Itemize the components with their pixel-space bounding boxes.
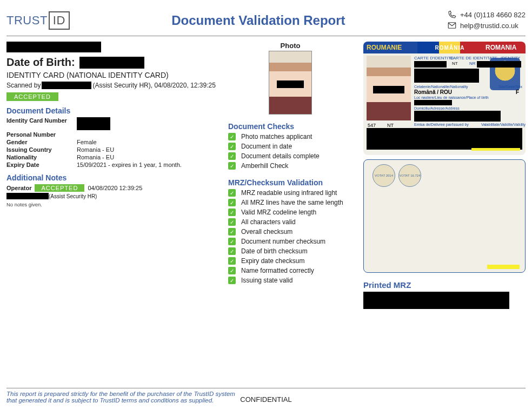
contact-block: +44 (0)118 4660 822 help@trustid.co.uk [447, 10, 526, 31]
check-row: ✓Name formatted correctly [228, 267, 353, 274]
checks-heading: Document Checks [228, 122, 353, 131]
detail-label: Nationality [6, 154, 77, 160]
check-pass-icon: ✓ [228, 247, 236, 255]
detail-label: Personal Number [6, 131, 77, 138]
detail-label: Gender [6, 139, 77, 145]
notes-line: Operator ACCEPTED 04/08/2020 12:39:25 [6, 184, 217, 192]
check-label: Amberhill Check [241, 162, 288, 170]
mail-icon [447, 21, 457, 30]
report-header: TRUST ID Document Validation Report +44 … [6, 5, 526, 35]
idcard-nat-value: Română / ROU [414, 89, 452, 96]
check-label: Document number checksum [241, 238, 325, 245]
check-pass-icon: ✓ [228, 209, 236, 216]
notes-timestamp: 04/08/2020 12:39:25 [88, 185, 142, 191]
idcard-country-en: ROMANIA [482, 42, 526, 53]
check-pass-icon: ✓ [228, 143, 236, 150]
doc-type: IDENTITY CARD (NATIONAL IDENTITY CARD) [6, 71, 217, 79]
redacted-field [414, 100, 452, 105]
detail-label: Identity Card Number [6, 117, 77, 130]
check-label: Document details complete [241, 152, 320, 160]
redacted-idnum [77, 117, 110, 130]
details-table: Identity Card Number Personal Number Gen… [6, 117, 217, 168]
brand-part2: ID [49, 11, 70, 30]
check-row: ✓MRZ readable using infrared light [228, 189, 353, 197]
notes-heading: Additional Notes [6, 173, 217, 182]
notes-by: (Assist Security HR) [49, 193, 97, 199]
check-row: ✓Valid MRZ codeline length [228, 209, 353, 216]
redacted-name [6, 42, 101, 52]
check-row: ✓Overall checksum [228, 228, 353, 236]
id-card-front: ROUMANIE ROMÂNIA ROMANIA CARTE D'IDENTIT… [363, 42, 526, 155]
right-column: ROUMANIE ROMÂNIA ROMANIA CARTE D'IDENTIT… [363, 42, 526, 309]
check-row: ✓Amberhill Check [228, 162, 353, 170]
checks-list: ✓Photo matches applicant✓Document in dat… [228, 133, 353, 170]
applicant-photo [269, 51, 312, 115]
check-label: All MRZ lines have the same length [241, 199, 343, 206]
idcard-validity-label: Valabilitate/Validite/Validity [481, 123, 526, 127]
detail-value: Female [77, 139, 97, 145]
check-row: ✓Date of birth checksum [228, 247, 353, 255]
dob-label: Date of Birth: [6, 56, 75, 69]
check-row: ✓Expiry date checksum [228, 257, 353, 265]
details-heading: Document Details [6, 106, 217, 115]
check-pass-icon: ✓ [228, 257, 236, 265]
check-label: All characters valid [241, 218, 296, 226]
idcard-sex-value: F [516, 89, 519, 96]
status-badge: ACCEPTED [6, 92, 58, 101]
detail-value: Romania - EU [77, 154, 114, 160]
idcard-nt: NT [452, 61, 458, 66]
check-label: Valid MRZ codeline length [241, 209, 316, 216]
redacted-field [414, 111, 501, 122]
idcard-carte: CARTE D'IDENTITE [414, 56, 454, 61]
redacted-operator [6, 193, 49, 199]
redacted-printed-mrz [363, 292, 509, 309]
scanned-prefix: Scanned by [6, 82, 41, 89]
mrz-list: ✓MRZ readable using infrared light✓All M… [228, 189, 353, 284]
confidential-label: CONFIDENTIAL [240, 395, 291, 404]
svg-rect-0 [448, 23, 456, 29]
check-label: Document in date [241, 143, 292, 150]
redacted-mrz [367, 128, 522, 150]
contact-email: help@trustid.co.uk [460, 22, 518, 30]
check-row: ✓Photo matches applicant [228, 133, 353, 140]
footer-divider [6, 388, 526, 388]
contact-phone: +44 (0)118 4660 822 [460, 11, 526, 19]
check-pass-icon: ✓ [228, 277, 236, 284]
scanned-suffix: (Assist Security HR), 04/08/2020, 12:39:… [92, 82, 215, 89]
check-pass-icon: ✓ [228, 189, 236, 197]
check-pass-icon: ✓ [228, 218, 236, 226]
check-label: Expiry date checksum [241, 257, 304, 265]
notes-status-badge: ACCEPTED [35, 184, 84, 192]
brand-logo: TRUST ID [6, 11, 70, 30]
mrz-heading: MRZ/Checksum Validation [228, 178, 353, 187]
detail-label: Issuing Country [6, 146, 77, 153]
no-notes: No notes given. [6, 201, 217, 207]
middle-column: Photo Document Checks ✓Photo matches app… [228, 42, 353, 309]
check-label: Name formatted correctly [241, 267, 314, 274]
scanned-line: Scanned by (Assist Security HR), 04/08/2… [6, 82, 217, 89]
redacted-dob [79, 57, 144, 69]
check-pass-icon: ✓ [228, 162, 236, 170]
left-column: Date of Birth: IDENTITY CARD (NATIONAL I… [6, 42, 217, 309]
check-row: ✓Document details complete [228, 152, 353, 160]
redacted-scanner [42, 82, 91, 89]
check-row: ✓All MRZ lines have the same length [228, 199, 353, 206]
idcard-nr: NR [469, 61, 476, 66]
highlight-strip [487, 265, 520, 269]
idcard-country-fr: ROUMANIE [363, 42, 417, 53]
detail-value: Romania - EU [77, 146, 114, 153]
idcard-carte2: CARTE DE IDENTITATE [450, 56, 497, 61]
check-pass-icon: ✓ [228, 228, 236, 236]
photo-label: Photo [228, 42, 353, 50]
phone-icon [447, 10, 457, 19]
idcard-photo [367, 56, 411, 120]
check-label: Date of birth checksum [241, 247, 308, 255]
operator-label: Operator [6, 185, 31, 191]
report-footer: This report is prepared strictly for the… [6, 388, 526, 404]
id-card-back: VOTAT 2014 VOTAT 16.724 [363, 159, 526, 273]
redacted-field [477, 61, 521, 68]
check-row: ✓All characters valid [228, 218, 353, 226]
check-pass-icon: ✓ [228, 238, 236, 245]
brand-part1: TRUST [6, 14, 48, 28]
check-label: MRZ readable using infrared light [241, 189, 337, 197]
